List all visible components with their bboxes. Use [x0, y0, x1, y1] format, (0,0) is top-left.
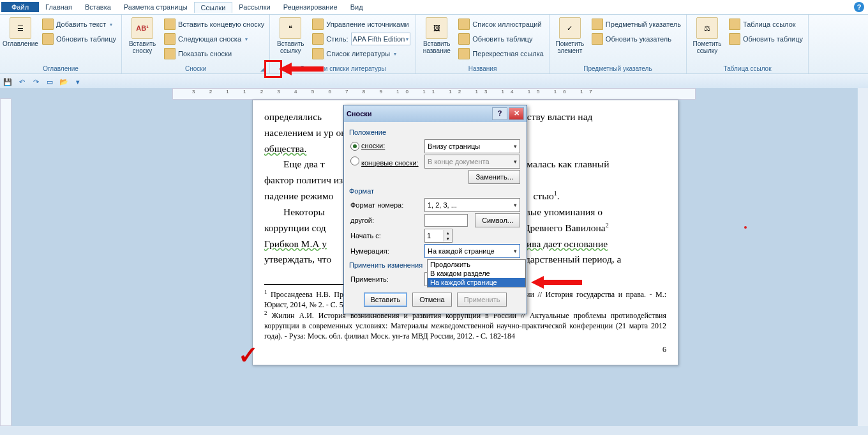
- mark-citation-button[interactable]: ⚖ Пометить ссылку: [689, 16, 725, 54]
- insert-index-label: Предметный указатель: [606, 20, 681, 28]
- toc-label: Оглавление: [3, 40, 38, 47]
- next-footnote-label: Следующая сноска: [178, 35, 241, 43]
- horizontal-ruler[interactable]: 3 2 1 1 2 3 4 5 6 7 8 9 10 11 12 13 14 1…: [172, 88, 696, 100]
- dialog-help-button[interactable]: ?: [492, 107, 507, 120]
- numbering-option-section[interactable]: В каждом разделе: [428, 269, 525, 278]
- tab-view[interactable]: Вид: [344, 2, 370, 12]
- numbering-option-page[interactable]: На каждой странице: [428, 278, 525, 287]
- insert-citation-button[interactable]: ❝ Вставить ссылку: [273, 16, 308, 54]
- start-at-spinner[interactable]: ▴▾: [424, 229, 453, 243]
- update-toc-label: Обновить таблицу: [56, 35, 116, 43]
- numbering-option-continue[interactable]: Продолжить: [428, 260, 525, 269]
- refresh-icon: [592, 33, 603, 45]
- group-label-toc: Оглавление: [3, 65, 119, 73]
- help-icon[interactable]: ?: [854, 2, 864, 12]
- illus-label: Список иллюстраций: [472, 20, 541, 28]
- undo-icon[interactable]: ↶: [17, 77, 27, 87]
- status-bar: [0, 426, 868, 435]
- dialog-close-button[interactable]: ✕: [509, 107, 524, 120]
- style-row[interactable]: Стиль: APA Fifth Edition▾: [310, 32, 413, 46]
- vertical-scrollbar[interactable]: [857, 88, 868, 426]
- numbering-combo[interactable]: На каждой странице▾: [424, 244, 520, 258]
- tab-insert[interactable]: Вставка: [79, 2, 117, 12]
- insert-toa-button[interactable]: Таблица ссылок: [726, 17, 805, 31]
- tab-mailings[interactable]: Рассылки: [232, 2, 276, 12]
- mark-entry-button[interactable]: ✓ Пометить элемент: [552, 16, 588, 54]
- numbering-label: Нумерация:: [350, 247, 421, 255]
- save-icon[interactable]: 💾: [3, 77, 13, 87]
- new-icon[interactable]: ▭: [45, 77, 55, 87]
- toc-button[interactable]: ☰ Оглавление: [3, 16, 38, 47]
- manage-sources-button[interactable]: Управление источниками: [310, 17, 413, 31]
- annotation-arrow-1: [279, 63, 324, 75]
- table-of-figures-button[interactable]: Список иллюстраций: [456, 17, 546, 31]
- update-toa-button[interactable]: Обновить таблицу: [726, 32, 805, 46]
- caption-icon: 🖼: [426, 17, 447, 39]
- numbering-dropdown-list[interactable]: Продолжить В каждом разделе На каждой ст…: [427, 259, 526, 287]
- custom-mark-input[interactable]: [424, 214, 468, 227]
- sources-icon: [312, 19, 324, 30]
- footnote-icon: AB¹: [131, 17, 153, 39]
- update-toc-button[interactable]: Обновить таблицу: [40, 32, 119, 46]
- citation-mark-icon: ⚖: [696, 17, 718, 39]
- citation-icon: ❝: [280, 17, 301, 39]
- vertical-ruler[interactable]: [0, 98, 11, 426]
- mark-icon: ✓: [559, 17, 581, 39]
- tab-references[interactable]: Ссылки: [194, 2, 233, 13]
- redo-icon[interactable]: ↷: [31, 77, 41, 87]
- endnote-location-combo: В конце документа▾: [424, 155, 520, 169]
- spin-up-icon[interactable]: ▴: [444, 230, 452, 236]
- number-format-combo[interactable]: 1, 2, 3, ...▾: [424, 198, 520, 212]
- insert-button[interactable]: Вставить: [364, 293, 408, 307]
- cross-reference-button[interactable]: Перекрестная ссылка: [456, 47, 546, 61]
- tab-file[interactable]: Файл: [1, 2, 39, 12]
- crossref-label: Перекрестная ссылка: [472, 50, 544, 57]
- ribbon: ☰ Оглавление Добавить текст▾ Обновить та…: [0, 15, 868, 74]
- group-footnotes: AB¹ Вставить сноску Вставить концевую сн…: [122, 15, 270, 73]
- footnote-location-combo[interactable]: Внизу страницы▾: [424, 139, 520, 153]
- update-toa-label: Обновить таблицу: [743, 35, 803, 43]
- endnote-icon: [164, 19, 176, 30]
- footnotes-radio-row[interactable]: сноски:: [350, 142, 421, 151]
- endnotes-radio-row[interactable]: концевые сноски:: [350, 156, 421, 167]
- group-index: ✓ Пометить элемент Предметный указатель …: [550, 15, 687, 73]
- insert-footnote-label: Вставить сноску: [129, 40, 156, 54]
- insert-endnote-button[interactable]: Вставить концевую сноску: [161, 17, 267, 31]
- insert-endnote-label: Вставить концевую сноску: [178, 20, 264, 28]
- apply-to-label: Применить:: [350, 275, 421, 283]
- next-icon: [164, 33, 176, 45]
- tab-home[interactable]: Главная: [39, 2, 79, 12]
- add-text-button[interactable]: Добавить текст▾: [40, 17, 119, 31]
- add-text-label: Добавить текст: [56, 20, 106, 28]
- refresh-icon: [458, 33, 470, 45]
- replace-button[interactable]: Заменить...: [468, 170, 520, 184]
- qat-more-icon[interactable]: ▾: [73, 77, 83, 87]
- cancel-button[interactable]: Отмена: [412, 293, 451, 307]
- chevron-down-icon: ▾: [245, 36, 248, 42]
- group-label-toa: Таблица ссылок: [689, 65, 805, 73]
- dialog-titlebar[interactable]: Сноски ? ✕: [344, 105, 527, 122]
- insert-index-button[interactable]: Предметный указатель: [589, 17, 684, 31]
- start-at-input[interactable]: [425, 231, 444, 240]
- insert-footnote-button[interactable]: AB¹ Вставить сноску: [124, 16, 160, 54]
- menu-tabs: Файл Главная Вставка Разметка страницы С…: [0, 0, 868, 15]
- update-index-button[interactable]: Обновить указатель: [589, 32, 684, 46]
- section-format: Формат: [349, 187, 520, 195]
- update-captions-label: Обновить таблицу: [472, 35, 532, 43]
- open-icon[interactable]: 📂: [59, 77, 69, 87]
- biblio-icon: [312, 48, 324, 59]
- show-footnotes-button[interactable]: Показать сноски: [161, 47, 267, 61]
- tab-layout[interactable]: Разметка страницы: [117, 2, 194, 12]
- spin-down-icon[interactable]: ▾: [444, 236, 452, 241]
- next-footnote-button[interactable]: Следующая сноска▾: [161, 32, 267, 46]
- insert-citation-label: Вставить ссылку: [277, 40, 304, 54]
- bibliography-button[interactable]: Список литературы▾: [310, 47, 413, 61]
- insert-caption-button[interactable]: 🖼 Вставить название: [419, 16, 454, 54]
- page-number: 6: [264, 344, 666, 356]
- style-combo[interactable]: APA Fifth Edition▾: [351, 33, 411, 45]
- symbol-button[interactable]: Символ...: [475, 213, 520, 227]
- tab-review[interactable]: Рецензирование: [277, 2, 344, 12]
- group-toc: ☰ Оглавление Добавить текст▾ Обновить та…: [0, 15, 122, 73]
- update-captions-button[interactable]: Обновить таблицу: [456, 32, 546, 46]
- toa-label: Таблица ссылок: [743, 20, 796, 28]
